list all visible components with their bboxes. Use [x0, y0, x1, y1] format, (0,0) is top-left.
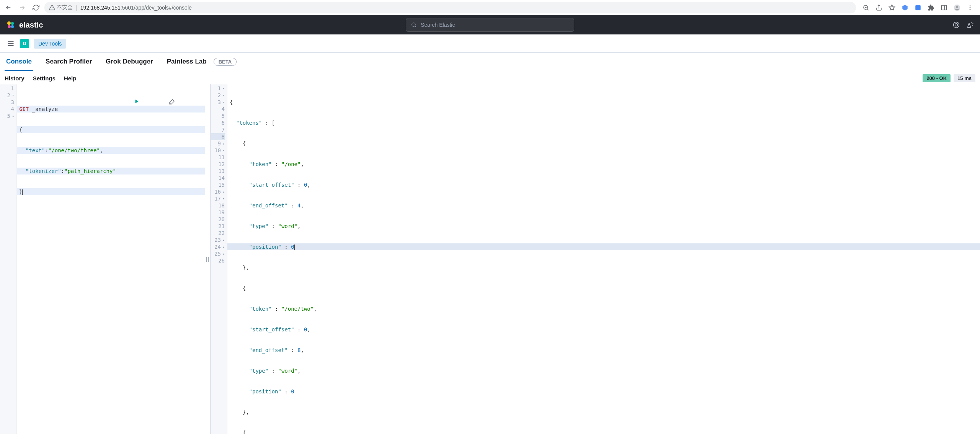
request-pane: 1 2▾ 3 4 5▴ GET _analyze { "text":"/one/…	[0, 84, 205, 434]
space-badge[interactable]: D	[20, 39, 29, 48]
insecure-icon: 不安全	[49, 4, 73, 11]
link-settings[interactable]: Settings	[33, 75, 56, 82]
insecure-label: 不安全	[57, 4, 73, 11]
beta-badge: BETA	[214, 58, 237, 66]
send-request-button[interactable]	[134, 85, 166, 119]
side-panel-icon[interactable]	[940, 4, 948, 11]
tab-search-profiler[interactable]: Search Profiler	[44, 53, 93, 71]
svg-point-6	[970, 7, 971, 8]
tab-grok-debugger[interactable]: Grok Debugger	[104, 53, 155, 71]
response-viewer[interactable]: { "tokens" : [ { "token" : "/one", "star…	[227, 84, 980, 434]
link-help[interactable]: Help	[64, 75, 77, 82]
address-bar[interactable]: 不安全 | 192.168.245.151:5601/app/dev_tools…	[44, 2, 856, 13]
svg-point-4	[956, 5, 958, 8]
svg-point-10	[8, 25, 11, 28]
browser-toolbar: 不安全 | 192.168.245.151:5601/app/dev_tools…	[0, 0, 980, 15]
nav-toggle[interactable]	[6, 39, 15, 48]
svg-point-12	[412, 23, 415, 26]
svg-rect-16	[208, 257, 209, 262]
svg-point-5	[970, 5, 971, 7]
devtools-tabs: Console Search Profiler Grok Debugger Pa…	[0, 53, 980, 71]
sub-header: D Dev Tools	[0, 34, 980, 53]
bookmark-icon[interactable]	[888, 4, 896, 11]
response-gutter: 1▾ 2▾ 3▾ 4 5 6 7 8 9▴ 10▾ 11 12 13 14 15…	[211, 84, 227, 434]
request-actions	[134, 85, 201, 119]
request-gutter: 1 2▾ 3 4 5▴	[0, 84, 17, 434]
forward-button[interactable]	[17, 2, 28, 13]
search-placeholder: Search Elastic	[421, 22, 455, 28]
response-pane: 1▾ 2▾ 3▾ 4 5 6 7 8 9▴ 10▾ 11 12 13 14 15…	[210, 84, 980, 434]
elastic-logo[interactable]: elastic	[6, 20, 43, 29]
profile-icon[interactable]	[953, 4, 961, 11]
back-button[interactable]	[3, 2, 14, 13]
response-status: 200 - OK	[923, 74, 951, 82]
menu-icon[interactable]	[966, 4, 974, 11]
url-text: 192.168.245.151:5601/app/dev_tools#/cons…	[80, 5, 192, 11]
tab-painless-lab[interactable]: Painless Lab	[165, 53, 208, 71]
request-editor[interactable]: GET _analyze { "text":"/one/two/three", …	[17, 84, 205, 434]
extensions-icon[interactable]	[927, 4, 935, 11]
svg-point-14	[955, 24, 958, 26]
elastic-logo-icon	[6, 20, 15, 29]
svg-point-7	[970, 9, 971, 10]
newsfeed-icon[interactable]	[952, 21, 960, 29]
editor-split: 1 2▾ 3 4 5▴ GET _analyze { "text":"/one/…	[0, 84, 980, 434]
header-actions	[952, 21, 974, 29]
breadcrumb-devtools[interactable]: Dev Tools	[34, 39, 66, 49]
svg-rect-1	[915, 5, 921, 10]
svg-point-9	[11, 22, 14, 25]
tab-console[interactable]: Console	[5, 53, 33, 71]
search-icon	[411, 22, 417, 28]
extension-icon-1[interactable]	[901, 4, 909, 11]
svg-rect-2	[941, 5, 947, 10]
svg-point-11	[11, 25, 14, 28]
kibana-header: elastic Search Elastic	[0, 15, 980, 34]
svg-point-8	[7, 21, 11, 25]
brand-text: elastic	[19, 21, 43, 29]
zoom-icon[interactable]	[862, 4, 870, 11]
response-timing: 15 ms	[954, 74, 975, 82]
svg-point-13	[954, 22, 959, 28]
console-toolbar: History Settings Help 200 - OK 15 ms	[0, 71, 980, 84]
reload-button[interactable]	[31, 2, 41, 13]
pane-resizer[interactable]	[205, 84, 210, 434]
share-icon[interactable]	[875, 4, 883, 11]
cheer-icon[interactable]	[966, 21, 974, 29]
link-history[interactable]: History	[5, 75, 24, 82]
global-search[interactable]: Search Elastic	[406, 18, 574, 32]
browser-actions	[859, 4, 977, 11]
translate-icon[interactable]	[914, 4, 922, 11]
request-options-button[interactable]	[169, 85, 201, 119]
svg-rect-15	[206, 257, 207, 262]
